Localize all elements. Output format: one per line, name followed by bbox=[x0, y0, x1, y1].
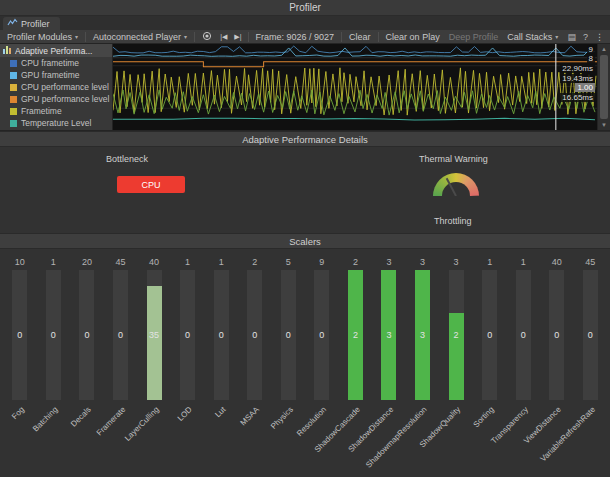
scaler-name-label: Physics bbox=[269, 405, 295, 431]
tab-bar: Profiler bbox=[0, 16, 610, 30]
scaler-current-level: 2 bbox=[454, 330, 459, 340]
scaler-bar: 0 bbox=[314, 270, 329, 400]
scaler-max-level: 10 bbox=[15, 249, 25, 270]
scaler-max-level: 3 bbox=[420, 249, 425, 270]
details-panel: Bottleneck CPU Thermal Warning Throttlin… bbox=[0, 147, 610, 233]
scaler-bar: 2 bbox=[348, 270, 363, 400]
record-button[interactable] bbox=[198, 31, 216, 43]
save-icon: ▤ bbox=[567, 32, 576, 42]
chevron-down-icon: ▾ bbox=[184, 33, 187, 40]
prev-frame-icon: |◀ bbox=[220, 33, 227, 41]
legend-item-label: CPU performance level bbox=[21, 82, 109, 92]
scaler-name-label: LOD bbox=[176, 405, 194, 423]
scrollbar-thumb[interactable] bbox=[600, 55, 608, 119]
profiler-modules-label: Profiler Modules bbox=[7, 32, 72, 42]
scaler-column: 450VariableRefreshRate bbox=[574, 249, 608, 477]
chart-scrollbar[interactable]: ▲ ▼ bbox=[597, 44, 610, 130]
chart-value-label: 1.00 bbox=[575, 83, 595, 92]
legend-item[interactable]: GPU performance level bbox=[0, 93, 112, 105]
chart-axis-label: 8 bbox=[587, 54, 595, 63]
titlebar: Profiler bbox=[0, 0, 610, 16]
scaler-bar: 0 bbox=[214, 270, 229, 400]
thermal-gauge bbox=[433, 173, 479, 196]
legend-item[interactable]: Temperature Level bbox=[0, 117, 112, 129]
scaler-max-level: 40 bbox=[552, 249, 562, 270]
scaler-current-level: 0 bbox=[286, 330, 291, 340]
tab-profiler[interactable]: Profiler bbox=[3, 17, 60, 30]
clear-label: Clear bbox=[349, 32, 371, 42]
chevron-down-icon: ▾ bbox=[75, 33, 78, 40]
scaler-bar: 0 bbox=[113, 270, 128, 400]
frame-chart[interactable]: 9822.90ms19.43ms1.0016.65ms bbox=[113, 44, 597, 130]
legend-item[interactable]: CPU frametime bbox=[0, 57, 112, 69]
scaler-name: Physics bbox=[272, 400, 306, 477]
legend-color-swatch bbox=[10, 96, 17, 103]
scaler-bar: 0 bbox=[516, 270, 531, 400]
legend-color-swatch bbox=[10, 84, 17, 91]
bottleneck-label: Bottleneck bbox=[106, 154, 148, 164]
chart-axis-label: 9 bbox=[587, 45, 595, 54]
legend-item[interactable]: Frametime bbox=[0, 105, 112, 117]
scroll-up-icon[interactable]: ▲ bbox=[598, 44, 610, 54]
legend-item-label: Temperature Level bbox=[21, 118, 91, 128]
scaler-max-level: 3 bbox=[454, 249, 459, 270]
scaler-name: ShadowQuality bbox=[439, 400, 473, 477]
profiler-icon bbox=[7, 18, 18, 29]
legend-item[interactable]: CPU performance level bbox=[0, 81, 112, 93]
scaler-current-level: 0 bbox=[118, 330, 123, 340]
toolbar-separator bbox=[194, 32, 195, 42]
scaler-current-level: 3 bbox=[386, 330, 391, 340]
context-menu-button[interactable]: ⋮ bbox=[592, 31, 607, 43]
scaler-max-level: 40 bbox=[149, 249, 159, 270]
scaler-name: Lut bbox=[204, 400, 238, 477]
scaler-column: 32ShadowQuality bbox=[439, 249, 473, 477]
save-profile-button[interactable]: ▤ bbox=[564, 31, 579, 43]
clear-on-play-label: Clear on Play bbox=[386, 32, 440, 42]
scaler-current-level: 0 bbox=[554, 330, 559, 340]
clear-on-play-button[interactable]: Clear on Play bbox=[382, 31, 444, 43]
frame-counter: Frame: 9026 / 9027 bbox=[252, 31, 339, 43]
scaler-max-level: 9 bbox=[319, 249, 324, 270]
deep-profile-button[interactable]: Deep Profile bbox=[445, 31, 503, 43]
profiler-modules-dropdown[interactable]: Profiler Modules ▾ bbox=[3, 31, 82, 43]
scaler-column: 10Lut bbox=[204, 249, 238, 477]
scaler-max-level: 1 bbox=[487, 249, 492, 270]
scaler-column: 450Framerate bbox=[104, 249, 138, 477]
profiler-chart-area: Adaptive Performa... CPU frametimeGPU fr… bbox=[0, 44, 610, 131]
scaler-name: Decals bbox=[70, 400, 104, 477]
clear-button[interactable]: Clear bbox=[345, 31, 375, 43]
scaler-current-level: 0 bbox=[319, 330, 324, 340]
help-icon: ? bbox=[583, 32, 588, 42]
module-header[interactable]: Adaptive Performa... bbox=[0, 44, 112, 57]
scaler-current-level: 0 bbox=[588, 330, 593, 340]
module-sidebar: Adaptive Performa... CPU frametimeGPU fr… bbox=[0, 44, 113, 130]
tab-label: Profiler bbox=[21, 19, 50, 29]
scaler-current-level: 0 bbox=[487, 330, 492, 340]
scaler-column: 20MSAA bbox=[238, 249, 272, 477]
target-dropdown[interactable]: Autoconnected Player ▾ bbox=[89, 31, 191, 43]
help-button[interactable]: ? bbox=[580, 31, 591, 43]
legend-item-label: Frametime bbox=[21, 106, 62, 116]
scaler-max-level: 3 bbox=[386, 249, 391, 270]
legend-color-swatch bbox=[10, 60, 17, 67]
scaler-max-level: 1 bbox=[521, 249, 526, 270]
chart-value-label: 16.65ms bbox=[560, 93, 595, 102]
scaler-current-level: 0 bbox=[51, 330, 56, 340]
details-header-label: Adaptive Performance Details bbox=[242, 134, 368, 145]
scaler-max-level: 1 bbox=[185, 249, 190, 270]
scaler-name-label: Decals bbox=[70, 405, 94, 429]
legend-item-label: CPU frametime bbox=[21, 58, 79, 68]
module-legend: CPU frametimeGPU frametimeCPU performanc… bbox=[0, 57, 112, 130]
legend-item[interactable]: Temperature Trend bbox=[0, 129, 112, 130]
next-frame-button[interactable]: ▶| bbox=[231, 31, 244, 43]
scaler-column: 10Transparency bbox=[506, 249, 540, 477]
scroll-down-icon[interactable]: ▼ bbox=[598, 120, 610, 130]
scaler-current-level: 0 bbox=[252, 330, 257, 340]
call-stacks-dropdown[interactable]: Call Stacks ▾ bbox=[503, 31, 562, 43]
scaler-max-level: 20 bbox=[82, 249, 92, 270]
scaler-max-level: 2 bbox=[353, 249, 358, 270]
prev-frame-button[interactable]: |◀ bbox=[217, 31, 230, 43]
scaler-bar: 35 bbox=[147, 270, 162, 400]
legend-item[interactable]: GPU frametime bbox=[0, 69, 112, 81]
bottleneck-value-badge: CPU bbox=[117, 176, 185, 193]
